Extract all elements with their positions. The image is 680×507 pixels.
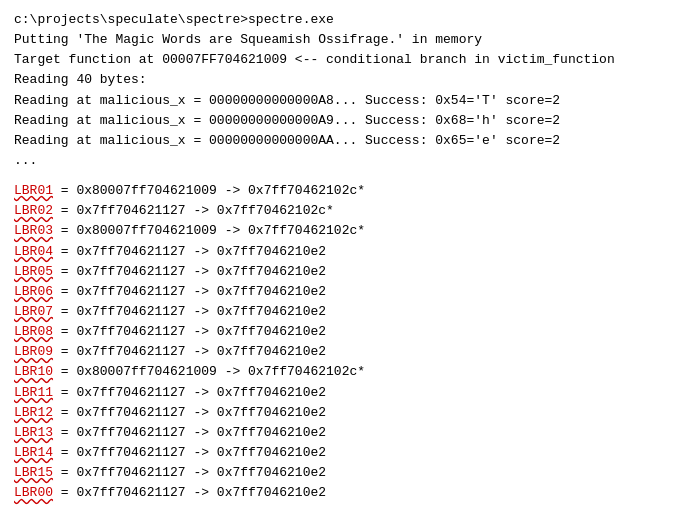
lbr14-line: LBR14 = 0x7ff704621127 -> 0x7ff7046210e2 [14,443,666,463]
lbr12-value: = 0x7ff704621127 -> 0x7ff7046210e2 [53,403,326,423]
terminal-output: c:\projects\speculate\spectre>spectre.ex… [14,10,666,503]
lbr10-label: LBR10 [14,362,53,382]
lbr03-value: = 0x80007ff704621009 -> 0x7ff70462102c* [53,221,365,241]
lbr14-value: = 0x7ff704621127 -> 0x7ff7046210e2 [53,443,326,463]
lbr06-label: LBR06 [14,282,53,302]
lbr09-value: = 0x7ff704621127 -> 0x7ff7046210e2 [53,342,326,362]
putting-line: Putting 'The Magic Words are Squeamish O… [14,30,666,50]
lbr12-line: LBR12 = 0x7ff704621127 -> 0x7ff7046210e2 [14,403,666,423]
lbr10-line: LBR10 = 0x80007ff704621009 -> 0x7ff70462… [14,362,666,382]
lbr05-line: LBR05 = 0x7ff704621127 -> 0x7ff7046210e2 [14,262,666,282]
lbr05-value: = 0x7ff704621127 -> 0x7ff7046210e2 [53,262,326,282]
lbr09-line: LBR09 = 0x7ff704621127 -> 0x7ff7046210e2 [14,342,666,362]
read3-line: Reading at malicious_x = 00000000000000A… [14,131,666,151]
lbr05-label: LBR05 [14,262,53,282]
lbr08-label: LBR08 [14,322,53,342]
lbr12-label: LBR12 [14,403,53,423]
lbr07-line: LBR07 = 0x7ff704621127 -> 0x7ff7046210e2 [14,302,666,322]
lbr15-value: = 0x7ff704621127 -> 0x7ff7046210e2 [53,463,326,483]
lbr02-line: LBR02 = 0x7ff704621127 -> 0x7ff70462102c… [14,201,666,221]
lbr02-label: LBR02 [14,201,53,221]
lbr08-line: LBR08 = 0x7ff704621127 -> 0x7ff7046210e2 [14,322,666,342]
lbr13-line: LBR13 = 0x7ff704621127 -> 0x7ff7046210e2 [14,423,666,443]
lbr01-line: LBR01 = 0x80007ff704621009 -> 0x7ff70462… [14,181,666,201]
lbr03-label: LBR03 [14,221,53,241]
read1-line: Reading at malicious_x = 00000000000000A… [14,91,666,111]
lbr02-value: = 0x7ff704621127 -> 0x7ff70462102c* [53,201,334,221]
lbr08-value: = 0x7ff704621127 -> 0x7ff7046210e2 [53,322,326,342]
lbr04-label: LBR04 [14,242,53,262]
lbr06-value: = 0x7ff704621127 -> 0x7ff7046210e2 [53,282,326,302]
lbr13-label: LBR13 [14,423,53,443]
lbr07-value: = 0x7ff704621127 -> 0x7ff7046210e2 [53,302,326,322]
lbr00-line: LBR00 = 0x7ff704621127 -> 0x7ff7046210e2 [14,483,666,503]
lbr11-value: = 0x7ff704621127 -> 0x7ff7046210e2 [53,383,326,403]
lbr04-line: LBR04 = 0x7ff704621127 -> 0x7ff7046210e2 [14,242,666,262]
lbr00-value: = 0x7ff704621127 -> 0x7ff7046210e2 [53,483,326,503]
lbr11-label: LBR11 [14,383,53,403]
ellipsis-line: ... [14,151,666,171]
lbr06-line: LBR06 = 0x7ff704621127 -> 0x7ff7046210e2 [14,282,666,302]
lbr04-value: = 0x7ff704621127 -> 0x7ff7046210e2 [53,242,326,262]
lbr03-line: LBR03 = 0x80007ff704621009 -> 0x7ff70462… [14,221,666,241]
lbr15-label: LBR15 [14,463,53,483]
lbr10-value: = 0x80007ff704621009 -> 0x7ff70462102c* [53,362,365,382]
lbr01-value: = 0x80007ff704621009 -> 0x7ff70462102c* [53,181,365,201]
lbr11-line: LBR11 = 0x7ff704621127 -> 0x7ff7046210e2 [14,383,666,403]
lbr13-value: = 0x7ff704621127 -> 0x7ff7046210e2 [53,423,326,443]
lbr01-label: LBR01 [14,181,53,201]
lbr14-label: LBR14 [14,443,53,463]
lbr00-label: LBR00 [14,483,53,503]
target-line: Target function at 00007FF704621009 <-- … [14,50,666,70]
lbr09-label: LBR09 [14,342,53,362]
read2-line: Reading at malicious_x = 00000000000000A… [14,111,666,131]
lbr07-label: LBR07 [14,302,53,322]
spacer [14,171,666,181]
lbr15-line: LBR15 = 0x7ff704621127 -> 0x7ff7046210e2 [14,463,666,483]
cmd-line: c:\projects\speculate\spectre>spectre.ex… [14,10,666,30]
reading40-line: Reading 40 bytes: [14,70,666,90]
